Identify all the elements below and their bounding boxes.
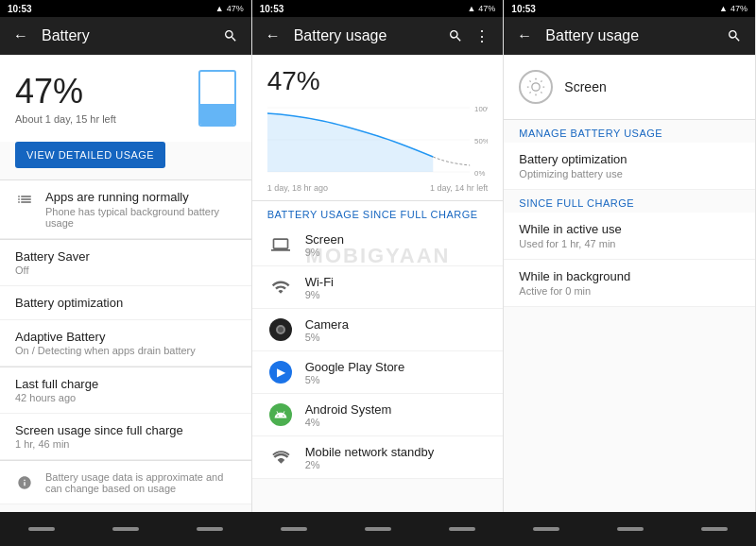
battery-saver-title: Battery Saver (15, 249, 236, 264)
network-usage-info: Mobile network standby 2% (305, 445, 489, 470)
search-button-3[interactable] (721, 23, 747, 49)
battery-header: 47% About 1 day, 15 hr left (0, 55, 251, 142)
screen-usage-text: Screen usage since full charge 1 hr, 46 … (15, 423, 236, 450)
nav-back-2[interactable] (252, 512, 336, 546)
nav-home-2[interactable] (336, 512, 421, 546)
background-title: While in background (519, 269, 740, 283)
screen-usage-info: Screen 9% (305, 232, 489, 258)
home-indicator-3 (617, 527, 644, 531)
apps-running-title: Apps are running normally (45, 190, 236, 204)
background-item[interactable]: While in background Active for 0 min (504, 260, 755, 307)
toolbar-title-1: Battery (42, 27, 217, 44)
usage-wifi[interactable]: Wi-Fi 9% (252, 266, 504, 309)
network-usage-icon (267, 444, 294, 470)
toolbar-2: ← Battery usage ⋮ (252, 17, 504, 55)
panel1-content: 47% About 1 day, 15 hr left VIEW DETAILE… (0, 55, 251, 512)
active-use-item[interactable]: While in active use Used for 1 hr, 47 mi… (504, 213, 755, 260)
playstore-usage-icon: ▶ (267, 359, 294, 385)
toolbar-1: ← Battery (0, 17, 251, 55)
adaptive-battery-item[interactable]: Adaptive Battery On / Detecting when app… (0, 320, 251, 367)
last-charge-text: Last full charge 42 hours ago (15, 377, 236, 403)
usage-playstore[interactable]: ▶ Google Play Store 5% (252, 351, 504, 394)
nav-recent-2[interactable] (420, 512, 504, 546)
wifi-pct: 9% (305, 289, 489, 300)
active-use-sub: Used for 1 hr, 47 min (519, 238, 740, 249)
battery-status-1: 47% (227, 4, 244, 13)
svg-text:0%: 0% (474, 169, 485, 178)
last-full-charge-item[interactable]: Last full charge 42 hours ago (0, 367, 251, 414)
camera-name: Camera (305, 317, 489, 332)
usage-android[interactable]: Android System 4% (252, 394, 504, 436)
back-button-3[interactable]: ← (511, 23, 538, 49)
time-3: 10:53 (511, 4, 536, 14)
nav-home-3[interactable] (588, 512, 672, 546)
background-sub: Active for 0 min (519, 285, 740, 297)
chart-label-left: 1 day, 18 hr ago (267, 183, 328, 193)
battery-status-3: 47% (730, 4, 747, 13)
battery-icon-widget (198, 70, 236, 127)
back-indicator-1 (28, 527, 55, 531)
nav-back-1[interactable] (0, 512, 84, 546)
last-charge-sub: 42 hours ago (15, 392, 236, 403)
battery-saver-text: Battery Saver Off (15, 249, 236, 276)
back-button-1[interactable]: ← (8, 23, 34, 49)
playstore-name: Google Play Store (305, 360, 489, 374)
time-2: 10:53 (260, 4, 284, 14)
battery-saver-item[interactable]: Battery Saver Off (0, 240, 251, 286)
nav-recent-1[interactable] (168, 512, 252, 546)
status-bar-3: 10:53 ▲ 47% (504, 0, 755, 17)
chart-label-right: 1 day, 14 hr left (430, 183, 488, 193)
android-usage-icon (267, 401, 294, 428)
battery-time: About 1 day, 15 hr left (15, 113, 116, 125)
info-icon (15, 473, 34, 492)
more-button-2[interactable]: ⋮ (469, 23, 495, 49)
camera-pct: 5% (305, 332, 489, 343)
battery-fill (200, 104, 234, 125)
android-usage-info: Android System 4% (305, 402, 489, 428)
search-button-2[interactable] (442, 23, 469, 49)
adaptive-bat-text: Adaptive Battery On / Detecting when app… (15, 330, 236, 356)
view-usage-button[interactable]: VIEW DETAILED USAGE (15, 142, 165, 168)
svg-point-6 (532, 83, 540, 91)
battery-optimization-detail[interactable]: Battery optimization Optimizing battery … (504, 143, 755, 190)
adaptive-bat-title: Adaptive Battery (15, 330, 236, 344)
screen-top-item: Screen (504, 55, 755, 120)
screen-name: Screen (305, 232, 489, 247)
screen-usage-item[interactable]: Screen usage since full charge 1 hr, 46 … (0, 414, 251, 460)
svg-text:100%: 100% (474, 105, 489, 113)
search-button-1[interactable] (217, 23, 244, 49)
status-icons-1: ▲ 47% (215, 4, 244, 13)
usage-mobile-network[interactable]: Mobile network standby 2% (252, 436, 504, 479)
screen-usage-sub: 1 hr, 46 min (15, 438, 236, 450)
nav-home-1[interactable] (84, 512, 168, 546)
wifi-name: Wi-Fi (305, 275, 489, 289)
battery-optimization-item[interactable]: Battery optimization (0, 286, 251, 320)
usage-screen[interactable]: Screen 9% (252, 224, 504, 266)
signal-icon-1: ▲ (215, 4, 224, 13)
signal-icon-3: ▲ (719, 4, 728, 13)
usage-camera[interactable]: Camera 5% (252, 309, 504, 351)
signal-icon-2: ▲ (467, 4, 475, 13)
battery-percentage: 47% (15, 72, 116, 111)
screen-icon-large (519, 70, 553, 104)
apps-running-icon (15, 190, 34, 209)
toolbar-title-3: Battery usage (545, 27, 721, 44)
screen-pct: 9% (305, 247, 489, 258)
battery-status-2: 47% (478, 4, 495, 13)
toolbar-3: ← Battery usage (504, 17, 755, 55)
panel3-content: Screen MANAGE BATTERY USAGE Battery opti… (504, 55, 755, 512)
home-indicator-2 (365, 527, 391, 531)
panel-battery: 10:53 ▲ 47% ← Battery 47% About 1 day, 1… (0, 0, 252, 512)
last-charge-title: Last full charge (15, 377, 236, 391)
nav-recent-3[interactable] (672, 512, 756, 546)
chart-section: 47% 100% 50% 0% (252, 55, 504, 201)
back-indicator-3 (533, 527, 559, 531)
disclaimer-content: Battery usage data is approximate and ca… (45, 471, 236, 494)
nav-back-3[interactable] (504, 512, 588, 546)
android-pct: 4% (305, 417, 489, 428)
network-pct: 2% (305, 459, 489, 470)
bottom-nav (0, 512, 756, 546)
screen-usage-icon (267, 231, 294, 258)
camera-usage-icon (267, 316, 294, 343)
back-button-2[interactable]: ← (260, 23, 286, 49)
